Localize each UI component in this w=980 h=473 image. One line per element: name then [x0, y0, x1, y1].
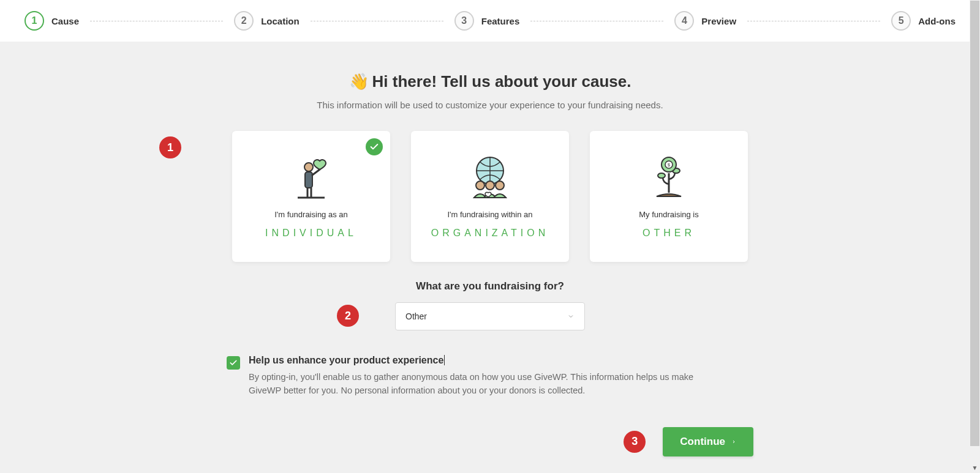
other-icon: $: [644, 155, 693, 200]
annotation-bubble-2: 2: [337, 305, 359, 327]
organization-icon: [466, 155, 514, 200]
step-number: 4: [674, 11, 694, 31]
step-divider: [530, 21, 663, 21]
chevron-down-icon: [567, 313, 575, 320]
optin-description: By opting-in, you'll enable us to gather…: [249, 371, 714, 398]
individual-icon: [287, 155, 336, 200]
continue-label: Continue: [680, 436, 725, 448]
card-title: ORGANIZATION: [431, 228, 549, 239]
step-number: 5: [891, 11, 911, 31]
page-title: 👋Hi there! Tell us about your cause.: [214, 72, 766, 91]
step-location[interactable]: 2 Location: [234, 11, 300, 31]
page-subtitle: This information will be used to customi…: [214, 100, 766, 110]
optin-row: Help us enhance your product experience …: [227, 355, 753, 398]
svg-point-8: [486, 181, 494, 190]
fundraising-for-question: What are you fundraising for?: [214, 280, 766, 292]
step-label: Preview: [701, 16, 736, 26]
card-title: INDIVIDUAL: [265, 228, 357, 239]
step-addons[interactable]: 5 Add-ons: [891, 11, 956, 31]
step-number: 2: [234, 11, 254, 31]
card-individual[interactable]: I'm fundraising as an INDIVIDUAL: [232, 131, 390, 262]
step-divider: [311, 21, 443, 21]
svg-point-9: [496, 181, 504, 190]
stepper: 1 Cause 2 Location 3 Features 4 Preview …: [0, 0, 980, 42]
svg-text:$: $: [668, 163, 670, 167]
step-cause[interactable]: 1 Cause: [24, 11, 79, 31]
step-divider: [90, 21, 223, 21]
page-title-text: Hi there! Tell us about your cause.: [372, 72, 631, 91]
svg-point-7: [476, 181, 484, 190]
card-pretitle: I'm fundraising as an: [274, 210, 348, 219]
step-preview[interactable]: 4 Preview: [674, 11, 736, 31]
fundraising-for-select[interactable]: Other: [395, 302, 585, 330]
step-label: Add-ons: [918, 16, 956, 26]
annotation-bubble-3: 3: [624, 431, 646, 453]
step-label: Cause: [51, 16, 79, 26]
card-pretitle: I'm fundraising within an: [447, 210, 532, 219]
svg-rect-2: [305, 172, 312, 188]
scroll-down-arrow-icon[interactable]: ▼: [970, 463, 980, 473]
svg-point-11: [658, 173, 665, 178]
step-features[interactable]: 3 Features: [454, 11, 520, 31]
optin-checkbox[interactable]: [227, 356, 240, 370]
card-organization[interactable]: I'm fundraising within an ORGANIZATION: [411, 131, 569, 262]
continue-button[interactable]: Continue: [663, 427, 753, 456]
check-icon: [366, 138, 383, 155]
select-value: Other: [405, 311, 427, 321]
card-other[interactable]: $ My fundraising is OTHER: [590, 131, 748, 262]
step-label: Location: [261, 16, 300, 26]
scrollbar[interactable]: ▲ ▼: [970, 0, 980, 473]
step-label: Features: [481, 16, 520, 26]
chevron-right-icon: [731, 438, 736, 445]
scroll-thumb[interactable]: [970, 0, 980, 447]
annotation-bubble-1: 1: [159, 136, 181, 158]
cause-type-cards: I'm fundraising as an INDIVIDUAL I'm fun…: [214, 131, 766, 262]
optin-title: Help us enhance your product experience: [249, 355, 445, 365]
svg-line-5: [312, 169, 320, 175]
wave-emoji-icon: 👋: [349, 72, 369, 91]
card-pretitle: My fundraising is: [639, 210, 699, 219]
step-number: 1: [24, 11, 44, 31]
step-divider: [747, 21, 880, 21]
step-number: 3: [454, 11, 474, 31]
card-title: OTHER: [643, 228, 695, 239]
svg-point-1: [304, 163, 313, 171]
